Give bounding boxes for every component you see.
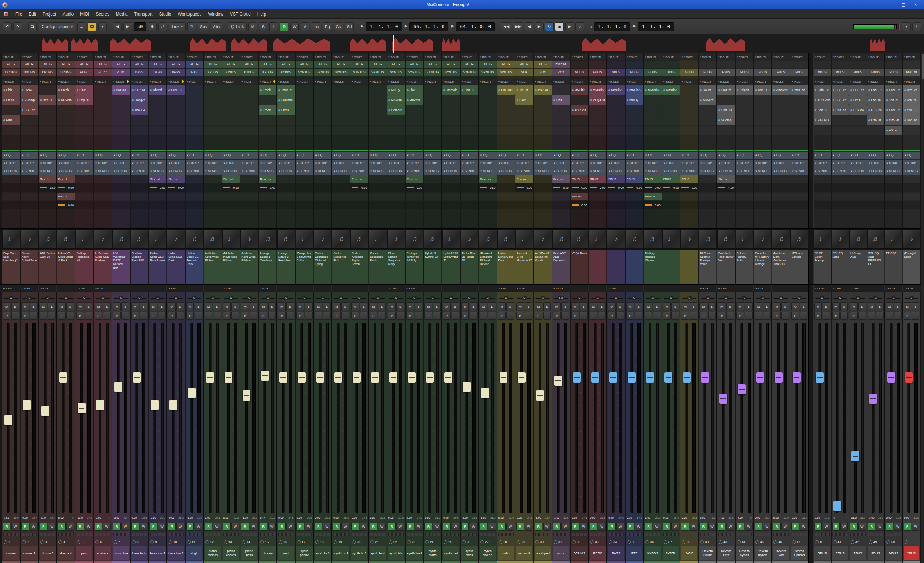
insert-slot[interactable]: Freak (259, 105, 276, 115)
send-slot-empty[interactable] (259, 201, 276, 209)
send-slot-empty[interactable] (240, 201, 258, 209)
fader-handle[interactable] (554, 376, 562, 386)
insert-slot[interactable]: MMultiA (662, 85, 680, 94)
listen-button[interactable] (671, 312, 679, 320)
send-slot-empty[interactable] (813, 193, 831, 200)
automation-write-button[interactable]: W (85, 523, 92, 530)
rack-bypass-dot[interactable] (162, 533, 165, 536)
rack-bypass-dot[interactable] (301, 533, 304, 536)
edit-channel-button[interactable]: e (260, 312, 267, 320)
fader-handle[interactable] (628, 373, 636, 383)
solo-button[interactable]: S (177, 302, 184, 311)
output-routing-cell[interactable]: BASS (149, 69, 166, 76)
mute-all-button[interactable]: M (248, 22, 257, 31)
rack-bypass-dot[interactable] (704, 533, 707, 536)
insert-slot-empty[interactable] (149, 95, 166, 105)
insert-slot[interactable]: Con..XT (754, 85, 772, 94)
rack-bypass-dot[interactable] (894, 533, 897, 536)
mute-button[interactable]: M (572, 302, 579, 311)
send-slot-empty[interactable] (94, 183, 111, 192)
listen-button[interactable] (342, 312, 349, 320)
insert-slot-empty[interactable] (644, 95, 662, 105)
insert-slot-empty[interactable] (515, 115, 533, 125)
channel-name[interactable]: PBUS (850, 547, 866, 560)
rack-bypass-dot[interactable] (826, 533, 830, 536)
fader-handle[interactable] (188, 388, 196, 398)
track-picture[interactable]: ♫ (112, 229, 130, 249)
input-routing-cell[interactable] (885, 61, 902, 68)
notepad-cell[interactable]: Codex Sequence Bird (332, 250, 350, 284)
suspend-link-button[interactable]: Sus (198, 22, 209, 31)
insert-slot-empty[interactable] (369, 115, 387, 125)
strip-rack-header[interactable]: ▾STRIP (277, 160, 295, 167)
output-routing-cell[interactable]: DRUMS (57, 69, 75, 76)
notepad-cell[interactable]: Convolce XT Factory Library Vintage (754, 250, 772, 284)
pan-control[interactable]: C (168, 294, 184, 302)
solo-button[interactable]: S (488, 302, 496, 311)
automation-write-button[interactable]: W (525, 523, 532, 530)
edit-channel-button[interactable]: e (406, 312, 414, 320)
insert-slot-empty[interactable] (149, 126, 166, 135)
send-slot-empty[interactable] (772, 193, 790, 200)
send-slot-empty[interactable] (424, 175, 441, 183)
output-routing-cell[interactable]: FBUS (736, 69, 753, 76)
send-slot-name[interactable]: Ster..ad (222, 175, 240, 183)
fader-track[interactable] (465, 323, 468, 513)
rack-bypass-dot[interactable] (172, 533, 176, 536)
rack-bypass-dot[interactable] (616, 533, 620, 536)
sends-rack-header[interactable]: ▾SENDS (94, 168, 111, 175)
solo-button[interactable]: S (708, 302, 716, 311)
pan-control[interactable]: C (480, 294, 496, 302)
rack-bypass-dot[interactable] (286, 533, 290, 536)
track-picture[interactable]: ♩ (736, 229, 754, 249)
fader-handle[interactable] (169, 400, 177, 410)
pan-control[interactable]: R2 (553, 294, 569, 302)
send-slot-empty[interactable] (112, 201, 130, 209)
output-routing-cell[interactable]: FBUS (699, 69, 717, 76)
insert-slot-empty[interactable] (589, 105, 607, 115)
rack-routing-header[interactable]: ▾ROUTI (867, 54, 885, 60)
rack-bypass-dot[interactable] (264, 533, 267, 536)
listen-button[interactable] (876, 312, 884, 320)
pan-control[interactable]: C (131, 294, 148, 302)
pan-control[interactable]: C (663, 294, 679, 302)
listen-button[interactable] (360, 312, 368, 320)
eq-rack-header[interactable]: ▾EQ (607, 151, 625, 159)
edit-channel-button[interactable]: e (572, 312, 579, 320)
strip-rack-header[interactable]: ▾STRIP (351, 160, 368, 167)
channel-name[interactable]: bass low 1 (149, 547, 166, 560)
send-slot-empty[interactable] (534, 193, 552, 200)
pan-control[interactable]: C (736, 294, 753, 302)
notepad-cell[interactable]: UVI Workstati DS77 Musical Box (112, 250, 130, 284)
mute-button[interactable]: M (534, 302, 542, 311)
insert-slot-empty[interactable] (112, 115, 130, 125)
insert-slot-empty[interactable] (277, 115, 295, 125)
send-slot-empty[interactable] (790, 183, 808, 192)
channel-name[interactable]: vocal pad (534, 547, 551, 560)
pan-control[interactable]: C (296, 294, 313, 302)
listen-button[interactable] (11, 312, 19, 320)
solo-button[interactable]: S (726, 302, 734, 311)
channel-name[interactable]: synth fills (388, 547, 404, 560)
send-slot-empty[interactable] (296, 201, 313, 209)
rack-bypass-dot[interactable] (862, 533, 866, 536)
mute-button[interactable]: M (370, 302, 377, 311)
send-slot-empty[interactable] (204, 175, 222, 183)
rack-bypass-dot[interactable] (480, 533, 483, 536)
output-routing-cell[interactable]: GBUS (607, 69, 625, 76)
fader-handle[interactable] (206, 373, 214, 383)
fader-track[interactable] (319, 323, 321, 513)
eq-rack-header[interactable]: ▾EQ (167, 151, 185, 159)
right-locator-display[interactable]: 64. 1. 0. 0 (456, 22, 495, 31)
automation-read-button[interactable]: R (663, 523, 670, 530)
automation-read-button[interactable]: R (681, 523, 688, 530)
rack-routing-header[interactable]: ▾ROUTI (460, 54, 478, 60)
listen-button[interactable] (823, 312, 830, 320)
notepad-cell[interactable]: Multiply Rhodes Chorus (644, 250, 662, 284)
notepad-cell[interactable]: Groove Agent Coiled Tape (21, 250, 39, 284)
send-slot-empty[interactable] (186, 193, 203, 200)
send-slot-empty[interactable] (736, 201, 753, 209)
send-slot-empty[interactable] (479, 193, 496, 200)
channel-name[interactable]: MBUS (886, 547, 902, 560)
insert-slot-empty[interactable] (626, 126, 643, 135)
